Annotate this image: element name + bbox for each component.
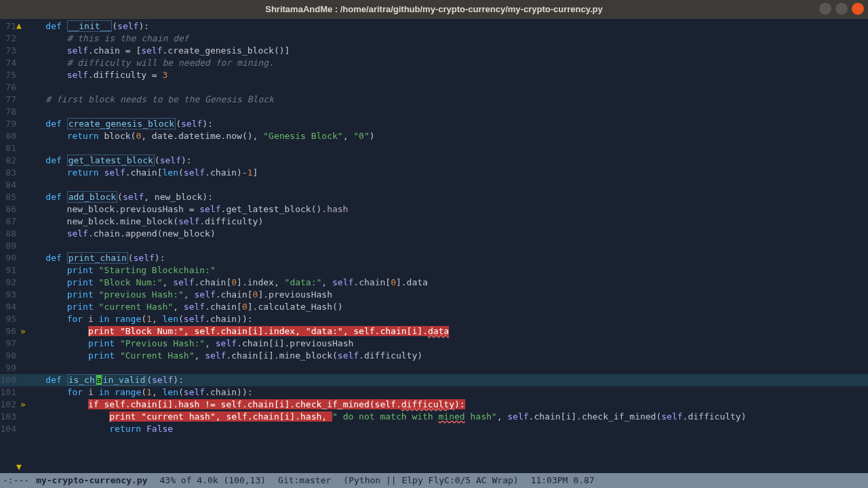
code-content[interactable]: for i in range(1, len(self.chain)): — [24, 386, 868, 399]
modeline: -:--- my-crypto-currency.py 43% of 4.0k … — [0, 473, 868, 488]
code-line[interactable]: 80 return block(0, date.datetime.now(), … — [0, 130, 868, 142]
code-content[interactable] — [24, 240, 868, 252]
code-content[interactable]: def __init__(self): — [24, 20, 868, 33]
maximize-icon[interactable] — [835, 3, 848, 15]
code-content[interactable]: return block(0, date.datetime.now(), "Ge… — [24, 130, 868, 142]
modeline-git: Git:master — [278, 473, 331, 488]
code-content[interactable]: self.chain.append(new_block) — [24, 228, 868, 240]
code-content[interactable]: def print_chain(self): — [24, 252, 868, 264]
code-line[interactable]: 101 for i in range(1, len(self.chain)): — [0, 386, 868, 399]
code-content[interactable]: self.difficulty = 3 — [24, 69, 868, 81]
code-content[interactable]: print "previous Hash:", self.chain[0].pr… — [24, 289, 868, 301]
code-line[interactable]: 93 print "previous Hash:", self.chain[0]… — [0, 289, 868, 301]
code-line[interactable]: 103 print "current hash", self.chain[i].… — [0, 411, 868, 423]
code-content[interactable]: # first block needs to be the Genesis Bl… — [24, 94, 868, 106]
code-content[interactable] — [24, 106, 868, 118]
fold-down-icon[interactable]: ▼ — [16, 462, 22, 472]
line-number: 103 — [0, 411, 20, 423]
code-content[interactable]: print "Block Num:", self.chain[0].index,… — [24, 277, 868, 289]
line-number: 102 — [0, 399, 20, 411]
code-content[interactable]: for i in range(1, len(self.chain)): — [24, 313, 868, 325]
line-number: 75 — [0, 69, 20, 81]
code-line[interactable]: 98 print "Current Hash", self.chain[i].m… — [0, 350, 868, 362]
code-content[interactable]: def is_chain_valid(self): — [24, 374, 868, 386]
code-editor[interactable]: ▲ 71 def __init__(self):72 # this is the… — [0, 19, 868, 473]
code-line[interactable]: 94 print "current Hash", self.chain[0].c… — [0, 301, 868, 313]
code-content[interactable]: print "current Hash", self.chain[0].calc… — [24, 301, 868, 313]
code-content[interactable]: return False — [24, 423, 868, 435]
code-line[interactable]: 81 — [0, 142, 868, 155]
code-line[interactable]: 95 for i in range(1, len(self.chain)): — [0, 313, 868, 325]
code-line[interactable]: 79 def create_genesis_block(self): — [0, 118, 868, 130]
code-content[interactable]: print "Starting Blockchain:" — [24, 264, 868, 277]
code-line[interactable]: 99 — [0, 362, 868, 374]
code-content[interactable]: print "Block Num:", self.chain[i].index,… — [24, 325, 868, 338]
line-number: 77 — [0, 94, 20, 106]
line-number: 96 — [0, 325, 20, 338]
line-number: 90 — [0, 252, 20, 264]
code-content[interactable] — [24, 362, 868, 374]
code-content[interactable] — [24, 142, 868, 155]
code-content[interactable]: if self.chain[i].hash != self.chain[i].c… — [24, 399, 868, 411]
code-line[interactable]: 97 print "Previous Hash:", self.chain[i]… — [0, 338, 868, 350]
code-line[interactable]: 85 def add_block(self, new_block): — [0, 191, 868, 203]
code-line[interactable]: 72 # this is the chain def — [0, 33, 868, 45]
code-content[interactable]: print "Current Hash", self.chain[i].mine… — [24, 350, 868, 362]
code-line[interactable]: 104 return False — [0, 423, 868, 435]
line-number: 87 — [0, 216, 20, 228]
code-content[interactable]: new_block.mine_block(self.difficulty) — [24, 216, 868, 228]
code-line[interactable]: 89 — [0, 240, 868, 252]
window-title: ShritamaAndMe : /home/aritra/github/my-c… — [265, 4, 602, 14]
code-line[interactable]: 88 self.chain.append(new_block) — [0, 228, 868, 240]
modeline-filename: my-crypto-currency.py — [36, 473, 147, 488]
code-line[interactable]: 71 def __init__(self): — [0, 20, 868, 33]
code-line[interactable]: 91 print "Starting Blockchain:" — [0, 264, 868, 277]
line-number: 101 — [0, 386, 20, 399]
code-content[interactable] — [24, 81, 868, 94]
line-number: 104 — [0, 423, 20, 435]
close-icon[interactable] — [852, 3, 864, 15]
line-number: 86 — [0, 203, 20, 216]
code-content[interactable]: new_block.previousHash = self.get_latest… — [24, 203, 868, 216]
code-line[interactable]: 74 # difficulty will be needed for minin… — [0, 57, 868, 69]
line-number: 72 — [0, 33, 20, 45]
code-content[interactable]: print "current hash", self.chain[i].hash… — [24, 411, 868, 423]
code-line[interactable]: 77 # first block needs to be the Genesis… — [0, 94, 868, 106]
code-content[interactable]: return self.chain[len(self.chain)-1] — [24, 167, 868, 179]
code-line[interactable]: 86 new_block.previousHash = self.get_lat… — [0, 203, 868, 216]
code-line[interactable]: 92 print "Block Num:", self.chain[0].ind… — [0, 277, 868, 289]
line-number: 89 — [0, 240, 20, 252]
code-line[interactable]: 82 def get_latest_block(self): — [0, 155, 868, 167]
code-content[interactable]: self.chain = [self.create_genesis_block(… — [24, 45, 868, 57]
code-content[interactable]: print "Previous Hash:", self.chain[i].pr… — [24, 338, 868, 350]
code-line[interactable]: 96» print "Block Num:", self.chain[i].in… — [0, 325, 868, 338]
line-number: 83 — [0, 167, 20, 179]
code-content[interactable]: # this is the chain def — [24, 33, 868, 45]
line-number: 94 — [0, 301, 20, 313]
code-line[interactable]: 100 def is_chain_valid(self): — [0, 374, 868, 386]
code-content[interactable] — [24, 179, 868, 191]
minimize-icon[interactable] — [819, 3, 831, 15]
line-number: 99 — [0, 362, 20, 374]
line-number: 74 — [0, 57, 20, 69]
modeline-position: 43% of 4.0k (100,13) — [160, 473, 267, 488]
code-content[interactable]: def get_latest_block(self): — [24, 155, 868, 167]
code-line[interactable]: 84 — [0, 179, 868, 191]
code-line[interactable]: 90 def print_chain(self): — [0, 252, 868, 264]
line-number: 88 — [0, 228, 20, 240]
code-line[interactable]: 73 self.chain = [self.create_genesis_blo… — [0, 45, 868, 57]
line-number: 76 — [0, 81, 20, 94]
line-number: 92 — [0, 277, 20, 289]
code-line[interactable]: 102» if self.chain[i].hash != self.chain… — [0, 399, 868, 411]
line-number: 80 — [0, 130, 20, 142]
code-content[interactable]: # difficulty will be needed for mining. — [24, 57, 868, 69]
line-number: 100 — [0, 374, 20, 386]
code-line[interactable]: 78 — [0, 106, 868, 118]
code-line[interactable]: 76 — [0, 81, 868, 94]
fold-up-icon[interactable]: ▲ — [16, 20, 22, 30]
code-line[interactable]: 87 new_block.mine_block(self.difficulty) — [0, 216, 868, 228]
code-content[interactable]: def create_genesis_block(self): — [24, 118, 868, 130]
code-line[interactable]: 75 self.difficulty = 3 — [0, 69, 868, 81]
code-line[interactable]: 83 return self.chain[len(self.chain)-1] — [0, 167, 868, 179]
code-content[interactable]: def add_block(self, new_block): — [24, 191, 868, 203]
